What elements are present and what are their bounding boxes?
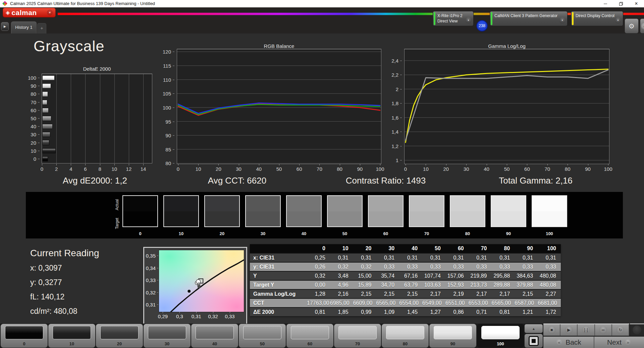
grayscale-level-button-20[interactable]: 20	[96, 324, 143, 348]
tick-mark	[100, 164, 100, 165]
column-header: 20	[353, 246, 376, 252]
grayscale-level-button-100[interactable]: 100	[477, 324, 524, 348]
table-cell: 0,81	[307, 309, 330, 315]
tick-mark	[38, 126, 40, 127]
grid-line	[114, 74, 115, 163]
table-cell: 480,08	[538, 273, 561, 279]
deltae-bar	[42, 148, 56, 153]
table-cell: 4,96	[330, 282, 353, 288]
actual-swatch	[369, 196, 403, 211]
stop-icon: ■	[548, 326, 556, 334]
back-button[interactable]: « Back	[543, 337, 594, 348]
table-cell: 6551,00	[445, 300, 469, 306]
axis-label: 10	[196, 166, 201, 172]
actual-swatch	[205, 196, 239, 211]
tick-mark	[71, 164, 71, 165]
collapse-panel-button[interactable]: ◀	[640, 18, 644, 33]
table-cell: 1,45	[399, 309, 422, 315]
grayscale-level-button-30[interactable]: 30	[144, 324, 191, 348]
column-header: 100	[538, 246, 561, 252]
grayscale-level-button-90[interactable]: 90	[429, 324, 476, 348]
swatch-square	[163, 195, 199, 227]
grayscale-level-button-0[interactable]: 0	[1, 324, 48, 348]
tick-mark	[400, 103, 402, 103]
column-header: 40	[399, 246, 422, 252]
level-swatch	[434, 326, 472, 339]
refresh-button[interactable]: ↻	[612, 324, 629, 336]
table-cell: 0,33	[376, 264, 399, 270]
stop-button[interactable]: ■	[543, 324, 560, 336]
settings-button[interactable]: ⚙	[625, 18, 639, 33]
tick-mark	[56, 164, 57, 165]
axis-label: 0,32	[146, 289, 156, 295]
tick-mark	[426, 164, 426, 165]
table-cell: 0,32	[330, 264, 353, 270]
tick-mark	[114, 164, 115, 165]
axis-label: 0,3	[176, 314, 183, 319]
table-cell: 2,15	[376, 291, 399, 297]
pattern-window-icon	[529, 336, 539, 346]
play-icon: ▶	[565, 326, 573, 334]
table-cell: 1,21	[515, 309, 538, 315]
panel-up-button[interactable]: ▲	[525, 324, 543, 333]
cie-ylabels: 0,350,340,330,320,31	[144, 250, 158, 312]
tick-mark	[179, 312, 180, 313]
row-label: y: CIE31	[250, 264, 307, 270]
level-swatch	[481, 326, 520, 339]
play-button[interactable]: ▶	[560, 324, 578, 336]
meter-dropdown[interactable]: X-Rite i1Pro 2 Direct View ▼	[433, 11, 474, 26]
axis-label: 40	[256, 166, 262, 172]
deltae-bar	[42, 124, 53, 129]
calman-logo-text: calman	[11, 8, 47, 17]
axis-label: 0,33	[225, 314, 234, 319]
add-tab-button[interactable]: +	[37, 23, 46, 33]
axis-label: 0	[34, 156, 36, 161]
rgb-ylabels: 12011511010510095908580	[154, 49, 174, 164]
table-cell: 384,63	[515, 273, 538, 279]
tab-history-1[interactable]: History 1	[11, 21, 37, 33]
restore-button[interactable]	[613, 0, 629, 7]
continuous-button[interactable]: ∞	[595, 324, 612, 336]
tick-mark	[173, 149, 174, 150]
tick-mark	[213, 312, 213, 313]
display-control-chevron-down-icon: ▼	[615, 17, 621, 23]
deltae-bar	[42, 100, 47, 105]
display-control-dropdown[interactable]: Direct Display Control ▼	[571, 11, 623, 26]
tab-scroll-button[interactable]: ▶	[1, 22, 9, 31]
step-button[interactable]: [·]	[578, 324, 595, 336]
level-swatch	[100, 326, 139, 339]
table-row: Gamma Log/Log1,282,162,152,152,152,172,1…	[250, 289, 561, 298]
grayscale-level-button-50[interactable]: 50	[239, 324, 286, 348]
axis-label: 50	[276, 166, 282, 172]
table-cell: 35,74	[376, 273, 399, 279]
table-cell: 157,06	[445, 273, 469, 279]
grayscale-level-button-70[interactable]: 70	[334, 324, 381, 348]
target-swatch	[164, 211, 198, 227]
calman-menu-button[interactable]: ◈ calman ▼	[3, 8, 56, 17]
axis-label: 30	[464, 166, 469, 172]
grayscale-level-button-60[interactable]: 60	[286, 324, 333, 348]
column-header: 50	[422, 246, 445, 252]
level-label: 0	[1, 341, 48, 346]
axis-label: 0,31	[192, 314, 201, 319]
next-button[interactable]: Next »	[594, 337, 644, 348]
axis-label: 50	[504, 166, 510, 172]
deltae-xlabels: 02468101214	[42, 164, 152, 172]
deltae-bar	[42, 132, 50, 137]
table-cell: 0,31	[353, 255, 376, 261]
minimize-button[interactable]	[598, 0, 613, 7]
pattern-window-button[interactable]	[525, 334, 543, 348]
grayscale-level-button-40[interactable]: 40	[191, 324, 238, 348]
grayscale-level-button-80[interactable]: 80	[382, 324, 429, 348]
axis-label: 1,6	[391, 115, 398, 120]
tick-mark	[163, 312, 163, 313]
grayscale-level-button-10[interactable]: 10	[48, 324, 95, 348]
gamma-chart-title: Gamma Log/Log	[404, 43, 609, 49]
back-label: Back	[566, 338, 581, 346]
column-header: 10	[330, 246, 353, 252]
window-title: Calman 2025 Calman Ultimate for Business…	[10, 0, 155, 7]
close-button[interactable]: ×	[629, 0, 644, 7]
tick-mark	[173, 52, 174, 52]
pattern-generator-dropdown[interactable]: CalMAN Client 3 Pattern Generator ▼	[490, 11, 568, 26]
tick-mark	[259, 164, 259, 165]
